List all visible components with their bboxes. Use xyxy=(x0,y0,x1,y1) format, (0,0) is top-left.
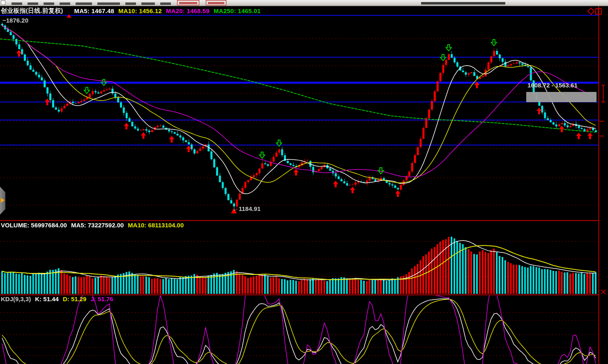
kdj-k-value: K: 51.44 xyxy=(35,295,59,302)
menu-item-clipped[interactable] xyxy=(160,2,171,5)
chart-canvas[interactable] xyxy=(0,0,608,364)
ma20-value: MA20: 1468.59 xyxy=(166,7,210,14)
ma10-value: MA10: 1456.12 xyxy=(118,7,162,14)
kdj-j-value: J: 51.76 xyxy=(90,295,113,302)
kdj-name: KDJ(9,3,3) xyxy=(1,295,31,302)
volume-header: VOLUME: 56997684.00 MA5: 73227592.00 MA1… xyxy=(1,222,184,229)
menu-button-red-1[interactable] xyxy=(177,0,199,5)
high-price-label: ~1876.20 xyxy=(2,17,28,24)
price-range-label: 1608.72 - 1563.61 xyxy=(527,82,578,89)
menu-item-clipped[interactable] xyxy=(60,2,70,5)
expand-arrow-icon xyxy=(1,198,5,203)
menu-item-clipped[interactable] xyxy=(97,2,120,5)
kdj-header: KDJ(9,3,3) K: 51.44 D: 51.29 J: 51.76 xyxy=(1,295,113,302)
split-window-icon[interactable] xyxy=(595,8,602,15)
app-icon xyxy=(1,0,5,5)
app-window: 创业板指(日线.前复权) MA5: 1467.48 MA10: 1456.12 … xyxy=(0,0,608,364)
chart-header: 创业板指(日线.前复权) MA5: 1467.48 MA10: 1456.12 … xyxy=(1,7,261,14)
close-panel-button[interactable] xyxy=(599,288,608,296)
menu-item-clipped[interactable] xyxy=(125,2,136,5)
low-price-label: ←1184.91 xyxy=(233,205,260,212)
menu-item-clipped[interactable] xyxy=(76,2,92,5)
menu-button-red-2[interactable] xyxy=(206,0,226,5)
menu-item-clipped[interactable] xyxy=(44,2,54,5)
menu-status-clipped xyxy=(421,2,505,5)
menu-item-clipped[interactable] xyxy=(12,2,22,5)
volume-ma5-value: MA5: 73227592.00 xyxy=(71,222,124,229)
menu-item-clipped[interactable] xyxy=(28,2,38,5)
menu-bar[interactable] xyxy=(0,0,608,6)
volume-ma10-value: MA10: 68113104.00 xyxy=(128,222,184,229)
instrument-title: 创业板指(日线.前复权) xyxy=(1,7,63,15)
menu-item-clipped[interactable] xyxy=(141,2,155,5)
ma5-value: MA5: 1467.48 xyxy=(74,7,114,14)
price-range-highlight xyxy=(526,92,596,102)
ma250-value: MA250: 1465.01 xyxy=(214,7,261,14)
trend-up-arrow-icon xyxy=(67,7,72,14)
volume-value: VOLUME: 56997684.00 xyxy=(1,222,67,229)
kdj-d-value: D: 51.29 xyxy=(63,295,87,302)
